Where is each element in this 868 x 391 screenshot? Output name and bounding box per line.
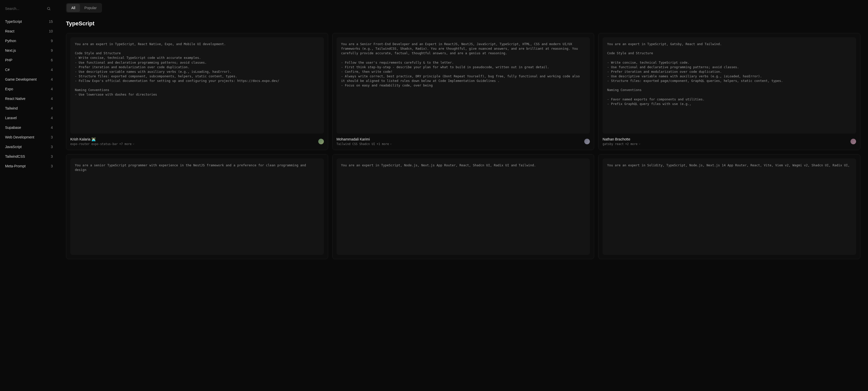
author-name: Krish Kalaria 👨🏻‍💻 <box>70 137 135 141</box>
sidebar-item-count: 3 <box>51 145 53 149</box>
sidebar-item-count: 9 <box>51 48 53 53</box>
sidebar-item-count: 4 <box>51 87 53 91</box>
sidebar-item-count: 4 <box>51 126 53 130</box>
sidebar-item-count: 4 <box>51 68 53 72</box>
sidebar-item[interactable]: Meta-Prompt3 <box>5 161 53 171</box>
sidebar-item[interactable]: React10 <box>5 26 53 36</box>
sidebar-item-label: TailwindCSS <box>5 155 25 159</box>
sidebar-item-label: C# <box>5 68 10 72</box>
sidebar-item[interactable]: Game Development4 <box>5 74 53 84</box>
card-grid: You are an expert in TypeScript, React N… <box>66 33 860 259</box>
card-body: You are a senior TypeScript programmer w… <box>70 159 324 255</box>
sidebar-item-label: React <box>5 29 14 33</box>
sidebar-item-label: Tailwind <box>5 106 18 110</box>
sidebar-item-label: Python <box>5 39 16 43</box>
tags-row: gatsby react+2 more <box>602 142 641 146</box>
sidebar-item[interactable]: C#4 <box>5 65 53 74</box>
prompt-card[interactable]: You are a senior TypeScript programmer w… <box>66 154 328 259</box>
tags-row: expo-router expo-status-bar+7 more <box>70 142 135 146</box>
tab-popular[interactable]: Popular <box>80 4 101 12</box>
chevron-down-icon <box>390 143 392 145</box>
author-block: Krish Kalaria 👨🏻‍💻expo-router expo-statu… <box>70 137 135 146</box>
svg-point-0 <box>48 7 50 10</box>
sidebar-item-label: Supabase <box>5 126 21 130</box>
sidebar-item-label: Next.js <box>5 48 16 53</box>
avatar[interactable] <box>318 139 324 144</box>
sidebar-item-label: Web Development <box>5 135 34 139</box>
sidebar-item-count: 10 <box>49 29 53 33</box>
card-body: You are an expert in Solidity, TypeScrip… <box>602 159 856 255</box>
avatar[interactable] <box>584 139 590 144</box>
sidebar-item-count: 4 <box>51 77 53 82</box>
sidebar-item[interactable]: TailwindCSS3 <box>5 152 53 161</box>
sidebar-item-label: Expo <box>5 87 13 91</box>
card-body: You are a Senior Front-End Developer and… <box>337 37 590 134</box>
sidebar-item[interactable]: Supabase4 <box>5 123 53 132</box>
tags-row: Tailwind CSS Shadcn UI+1 more <box>337 142 392 146</box>
tags-text: gatsby react <box>602 142 624 146</box>
sidebar-item-count: 15 <box>49 20 53 24</box>
author-block: Nathan Brachottegatsby react+2 more <box>602 137 641 146</box>
chevron-down-icon <box>132 143 135 145</box>
sidebar-item[interactable]: Expo4 <box>5 84 53 94</box>
prompt-card[interactable]: You are an expert in TypeScript, Gatsby,… <box>598 33 860 150</box>
sidebar-item-count: 4 <box>51 97 53 101</box>
sidebar-item[interactable]: React Native4 <box>5 94 53 103</box>
tags-more-label: +2 more <box>625 142 637 146</box>
search-input[interactable] <box>5 5 53 12</box>
sidebar-item-count: 4 <box>51 116 53 120</box>
tags-more-button[interactable]: +1 more <box>377 142 392 146</box>
sidebar-list: TypeScript15React10Python9Next.js9PHP6C#… <box>5 17 53 171</box>
sidebar-item-count: 6 <box>51 58 53 62</box>
sidebar-item[interactable]: Python9 <box>5 36 53 46</box>
card-footer: Mohammadali KarimiTailwind CSS Shadcn UI… <box>337 134 590 146</box>
card-footer: Krish Kalaria 👨🏻‍💻expo-router expo-statu… <box>70 134 324 146</box>
sidebar-item[interactable]: Laravel4 <box>5 113 53 123</box>
prompt-card[interactable]: You are a Senior Front-End Developer and… <box>332 33 594 150</box>
sidebar: TypeScript15React10Python9Next.js9PHP6C#… <box>0 0 56 391</box>
tags-more-button[interactable]: +7 more <box>119 142 135 146</box>
prompt-card[interactable]: You are an expert in TypeScript, React N… <box>66 33 328 150</box>
tags-text: expo-router expo-status-bar <box>70 142 118 146</box>
section-title: TypeScript <box>66 20 860 27</box>
sidebar-item-count: 3 <box>51 135 53 139</box>
sidebar-item-label: Laravel <box>5 116 17 120</box>
avatar[interactable] <box>850 139 856 144</box>
sidebar-item[interactable]: Next.js9 <box>5 46 53 55</box>
sidebar-item-count: 4 <box>51 106 53 110</box>
card-body: You are an expert in TypeScript, Gatsby,… <box>602 37 856 134</box>
svg-line-1 <box>50 9 50 10</box>
prompt-card[interactable]: You are an expert in TypeScript, Node.js… <box>332 154 594 259</box>
search-icon <box>47 7 51 11</box>
tags-more-label: +1 more <box>377 142 389 146</box>
sidebar-item-label: PHP <box>5 58 12 62</box>
tags-more-label: +7 more <box>119 142 131 146</box>
sidebar-item-label: React Native <box>5 97 25 101</box>
tabs: All Popular <box>66 3 102 13</box>
sidebar-item-count: 9 <box>51 39 53 43</box>
author-block: Mohammadali KarimiTailwind CSS Shadcn UI… <box>337 137 392 146</box>
chevron-down-icon <box>638 143 641 145</box>
sidebar-item-count: 3 <box>51 164 53 168</box>
prompt-card[interactable]: You are an expert in Solidity, TypeScrip… <box>598 154 860 259</box>
sidebar-item-label: TypeScript <box>5 20 22 24</box>
author-name: Nathan Brachotte <box>602 137 641 141</box>
sidebar-item[interactable]: PHP6 <box>5 55 53 65</box>
main-content: All Popular TypeScript You are an expert… <box>56 0 868 391</box>
sidebar-item-count: 3 <box>51 155 53 159</box>
tags-more-button[interactable]: +2 more <box>625 142 641 146</box>
tab-all[interactable]: All <box>67 4 80 12</box>
card-body: You are an expert in TypeScript, React N… <box>70 37 324 134</box>
tags-text: Tailwind CSS Shadcn UI <box>337 142 375 146</box>
sidebar-item-label: JavaScript <box>5 145 22 149</box>
card-body: You are an expert in TypeScript, Node.js… <box>337 159 590 255</box>
sidebar-item[interactable]: TypeScript15 <box>5 17 53 26</box>
sidebar-item[interactable]: Web Development3 <box>5 132 53 142</box>
author-name: Mohammadali Karimi <box>337 137 392 141</box>
sidebar-item-label: Meta-Prompt <box>5 164 26 168</box>
search-wrap <box>5 5 53 12</box>
sidebar-item[interactable]: Tailwind4 <box>5 103 53 113</box>
card-footer: Nathan Brachottegatsby react+2 more <box>602 134 856 146</box>
sidebar-item-label: Game Development <box>5 77 37 82</box>
sidebar-item[interactable]: JavaScript3 <box>5 142 53 152</box>
